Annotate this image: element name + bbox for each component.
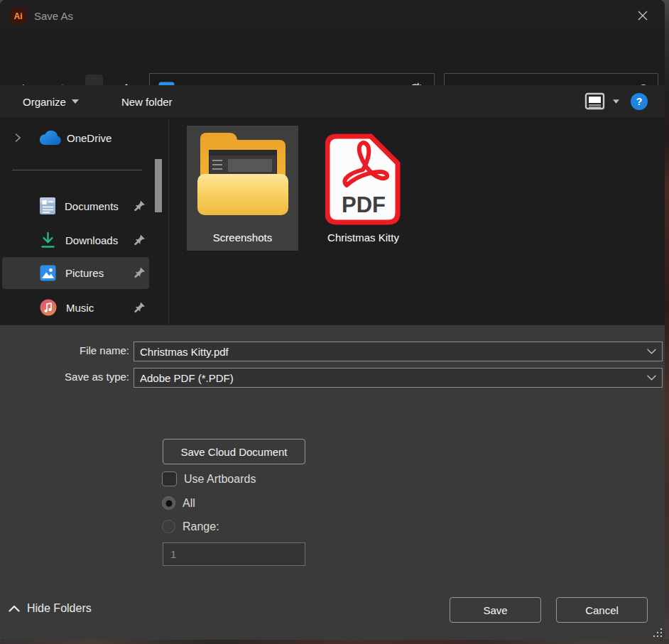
pin-icon[interactable] <box>134 234 146 246</box>
navigation-bar: Pictures <box>0 32 665 85</box>
all-radio-label: All <box>183 497 195 510</box>
music-icon <box>40 299 57 316</box>
range-row: Range: <box>162 520 219 533</box>
save-type-field-label: Save as type: <box>9 371 129 383</box>
file-name-label: Christmas Kitty <box>327 231 399 244</box>
range-radio-label: Range: <box>183 520 219 533</box>
title-bar: Ai Save As <box>0 0 665 32</box>
illustrator-app-icon: Ai <box>10 8 26 24</box>
sidebar-item-onedrive[interactable]: OneDrive <box>0 126 149 150</box>
save-type-value: Adobe PDF (*.PDF) <box>140 372 647 384</box>
use-artboards-label: Use Artboards <box>184 473 256 486</box>
range-input[interactable] <box>163 542 305 566</box>
chevron-down-icon <box>647 375 656 381</box>
sidebar-item-label: Pictures <box>65 267 104 279</box>
save-as-dialog: Ai Save As Pictures <box>0 0 665 640</box>
cancel-button[interactable]: Cancel <box>556 597 648 623</box>
new-folder-label: New folder <box>121 96 173 108</box>
chevron-down-icon <box>647 349 656 354</box>
new-folder-button[interactable]: New folder <box>121 96 173 108</box>
caret-down-icon <box>613 99 619 104</box>
pdf-badge-text: PDF <box>342 192 386 217</box>
view-mode-icon <box>584 92 606 111</box>
file-name-label: Screenshots <box>213 231 272 244</box>
help-label: ? <box>636 96 643 107</box>
change-view-button[interactable] <box>584 92 619 111</box>
use-artboards-row: Use Artboards <box>162 471 256 486</box>
documents-icon <box>39 197 56 215</box>
all-radio[interactable] <box>162 496 175 510</box>
pdf-file-icon: PDF <box>325 133 402 227</box>
close-button[interactable] <box>622 0 663 31</box>
folder-icon <box>197 137 288 217</box>
window-title: Save As <box>34 10 73 22</box>
sidebar-item-label: Music <box>66 302 94 314</box>
sidebar-item-downloads[interactable]: Downloads <box>0 228 149 252</box>
all-artboards-row: All <box>162 496 195 510</box>
sidebar-item-label: OneDrive <box>67 132 111 144</box>
file-name-value: Christmas Kitty.pdf <box>140 346 647 358</box>
organize-button[interactable]: Organize <box>23 96 79 108</box>
onedrive-cloud-icon <box>38 131 61 146</box>
organize-label: Organize <box>23 96 66 108</box>
resize-grip[interactable] <box>653 628 662 637</box>
sidebar-item-documents[interactable]: Documents <box>0 194 149 218</box>
save-button[interactable]: Save <box>450 597 541 623</box>
sidebar-separator <box>12 170 142 170</box>
pin-icon[interactable] <box>134 200 146 212</box>
sidebar-item-pictures[interactable]: Pictures <box>0 261 149 285</box>
caret-down-icon <box>72 99 79 104</box>
command-bar-right: ? <box>584 92 648 111</box>
sidebar-divider <box>168 119 169 325</box>
downloads-icon <box>40 231 56 249</box>
sidebar-item-music[interactable]: Music <box>0 295 149 320</box>
command-bar: Organize New folder ? <box>0 85 665 119</box>
chevron-up-icon <box>9 605 20 612</box>
file-item-screenshots-folder[interactable]: Screenshots <box>187 126 298 251</box>
file-item-christmas-kitty-pdf[interactable]: PDF Christmas Kitty <box>308 126 419 251</box>
use-artboards-checkbox[interactable] <box>162 471 177 486</box>
pictures-icon <box>40 265 56 281</box>
hide-folders-button[interactable]: Hide Folders <box>9 602 92 615</box>
save-type-combobox[interactable]: Adobe PDF (*.PDF) <box>134 368 663 388</box>
close-icon <box>637 10 648 21</box>
sidebar-scrollbar-thumb[interactable] <box>155 159 162 212</box>
file-name-combobox[interactable]: Christmas Kitty.pdf <box>134 342 663 361</box>
help-button[interactable]: ? <box>631 93 648 110</box>
range-radio[interactable] <box>162 520 175 533</box>
file-name-field-label: File name: <box>9 344 129 356</box>
save-cloud-document-button[interactable]: Save Cloud Document <box>163 439 305 464</box>
background-app-strip <box>0 639 669 644</box>
pin-icon[interactable] <box>134 302 146 314</box>
expand-chevron-icon[interactable] <box>14 133 21 143</box>
sidebar-item-label: Downloads <box>65 234 118 246</box>
save-options-panel: File name: Christmas Kitty.pdf Save as t… <box>0 325 665 640</box>
main-region: OneDrive Documents Downloads <box>0 119 665 325</box>
hide-folders-label: Hide Folders <box>27 602 92 615</box>
sidebar-item-label: Documents <box>65 200 119 212</box>
pin-icon[interactable] <box>134 267 146 279</box>
